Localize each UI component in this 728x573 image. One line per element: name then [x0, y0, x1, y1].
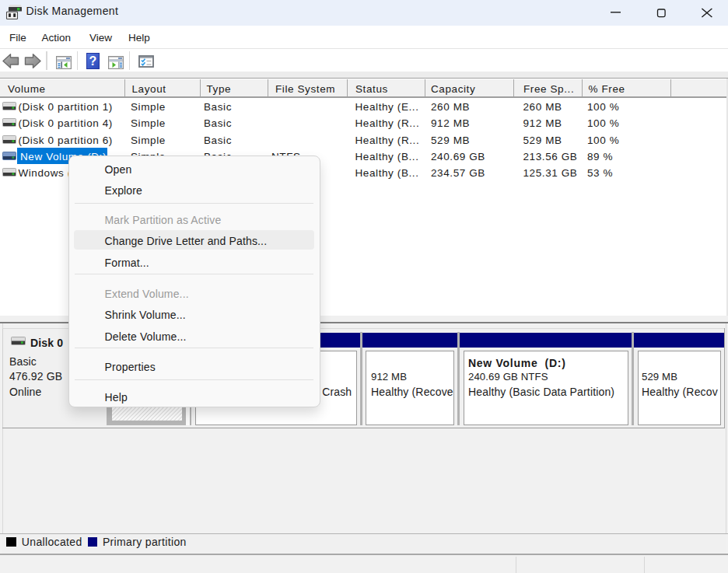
- svg-text:?: ?: [89, 54, 97, 68]
